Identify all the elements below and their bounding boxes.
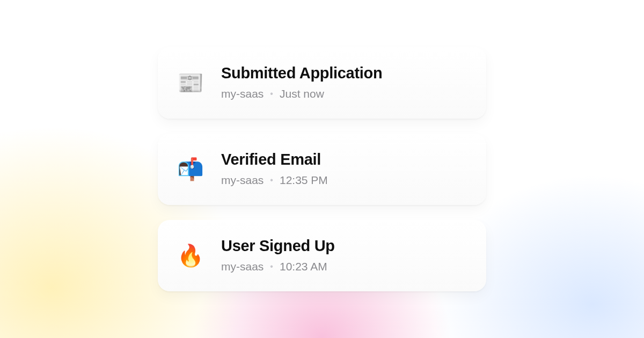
notification-content: Submitted Application my-saas • Just now [221,64,382,100]
notification-card[interactable]: 📬 Verified Email my-saas • 12:35 PM [158,134,486,205]
separator-dot: • [270,175,273,185]
mailbox-icon: 📬 [177,156,204,182]
separator-dot: • [270,262,273,271]
notification-meta: my-saas • 12:35 PM [221,174,328,187]
notification-feed: 📰 Submitted Application my-saas • Just n… [158,47,486,338]
notification-source: my-saas [221,174,264,187]
separator-dot: • [270,89,273,99]
notification-title: Submitted Application [221,64,382,82]
notification-time: 10:23 AM [280,260,327,273]
notification-meta: my-saas • 10:23 AM [221,260,335,273]
notification-meta: my-saas • Just now [221,87,382,100]
fire-icon: 🔥 [177,242,204,269]
notification-title: Verified Email [221,151,328,168]
notification-title: User Signed Up [221,237,335,255]
notification-content: User Signed Up my-saas • 10:23 AM [221,237,335,273]
notification-source: my-saas [221,260,264,273]
notification-card[interactable]: 📰 Submitted Application my-saas • Just n… [158,47,486,119]
notification-content: Verified Email my-saas • 12:35 PM [221,151,328,187]
notification-source: my-saas [221,87,264,100]
notification-time: Just now [280,87,324,100]
notification-card[interactable]: 🔥 User Signed Up my-saas • 10:23 AM [158,220,486,291]
notification-time: 12:35 PM [280,174,328,187]
newspaper-icon: 📰 [177,69,204,96]
